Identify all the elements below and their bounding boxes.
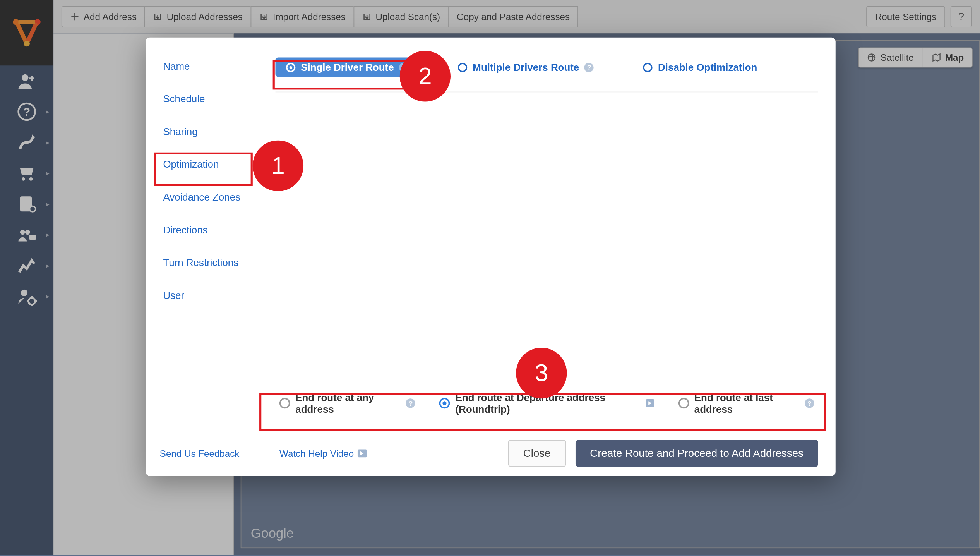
modal-footer: Send Us Feedback Watch Help Video Close … xyxy=(276,440,818,467)
disable-optimization-option[interactable]: Disable Optimization xyxy=(632,58,768,77)
disable-optimization-label: Disable Optimization xyxy=(658,62,757,73)
close-button[interactable]: Close xyxy=(508,440,566,467)
modal-tab-schedule[interactable]: Schedule xyxy=(163,82,255,115)
single-driver-label: Single Driver Route xyxy=(301,62,394,73)
modal-tab-directions[interactable]: Directions xyxy=(163,213,255,246)
help-icon[interactable]: ? xyxy=(399,62,408,72)
end-roundtrip-option[interactable]: End route at Departure address (Roundtri… xyxy=(439,392,654,415)
route-settings-modal: Name Schedule Sharing Optimization Avoid… xyxy=(146,38,835,476)
driver-options-row: Single Driver Route ? Multiple Drivers R… xyxy=(276,50,818,93)
modal-tab-user[interactable]: User xyxy=(163,279,255,312)
end-last-label: End route at last address xyxy=(694,392,800,415)
radio-icon xyxy=(439,398,450,409)
multiple-drivers-label: Multiple Drivers Route xyxy=(473,62,579,73)
modal-main: Single Driver Route ? Multiple Drivers R… xyxy=(258,38,836,476)
end-last-option[interactable]: End route at last address ? xyxy=(678,392,814,415)
end-any-option[interactable]: End route at any address ? xyxy=(279,392,415,415)
watch-video-link[interactable]: Watch Help Video xyxy=(279,448,367,459)
single-driver-option[interactable]: Single Driver Route ? xyxy=(276,58,420,77)
end-roundtrip-label: End route at Departure address (Roundtri… xyxy=(456,392,641,415)
multiple-drivers-option[interactable]: Multiple Drivers Route ? xyxy=(447,58,605,77)
modal-sidebar: Name Schedule Sharing Optimization Avoid… xyxy=(146,38,258,476)
help-icon[interactable]: ? xyxy=(406,398,415,408)
help-icon[interactable]: ? xyxy=(805,398,814,408)
video-icon xyxy=(358,450,367,458)
create-route-button[interactable]: Create Route and Proceed to Add Addresse… xyxy=(575,440,818,467)
radio-icon xyxy=(279,398,290,409)
modal-tab-optimization[interactable]: Optimization xyxy=(163,148,255,181)
radio-icon xyxy=(678,398,689,409)
modal-tab-turn[interactable]: Turn Restrictions xyxy=(163,246,255,279)
end-route-options-row: End route at any address ? End route at … xyxy=(276,384,818,422)
modal-tab-name[interactable]: Name xyxy=(163,50,255,82)
modal-tab-avoidance[interactable]: Avoidance Zones xyxy=(163,180,255,213)
radio-icon xyxy=(458,62,467,72)
watch-video-label: Watch Help Video xyxy=(279,448,354,459)
help-icon[interactable]: ? xyxy=(584,62,594,72)
send-feedback-link[interactable]: Send Us Feedback xyxy=(160,448,240,459)
end-any-label: End route at any address xyxy=(295,392,401,415)
video-icon[interactable] xyxy=(646,399,654,407)
radio-icon xyxy=(286,62,295,72)
radio-icon xyxy=(643,62,653,72)
modal-tab-sharing[interactable]: Sharing xyxy=(163,115,255,148)
